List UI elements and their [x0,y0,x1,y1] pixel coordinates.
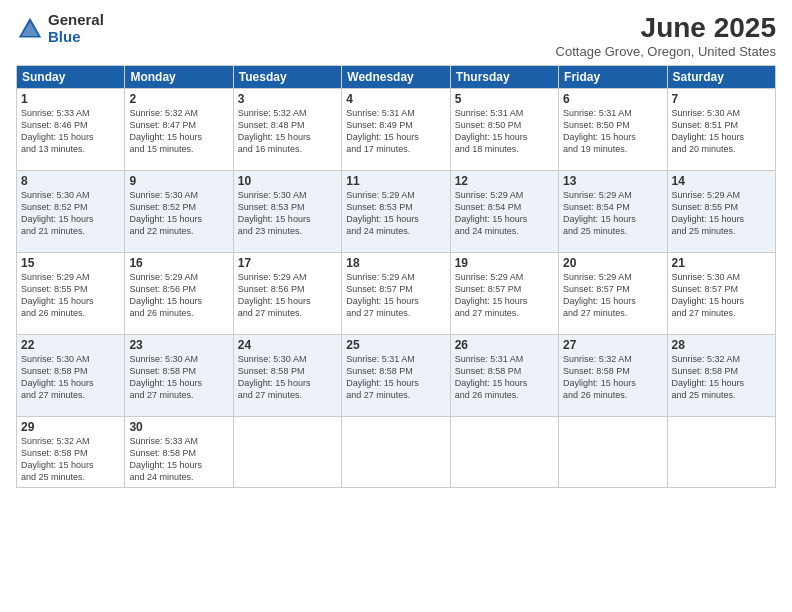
day-cell: 9Sunrise: 5:30 AM Sunset: 8:52 PM Daylig… [125,171,233,253]
day-number: 6 [563,92,662,106]
day-number: 17 [238,256,337,270]
day-number: 21 [672,256,771,270]
day-cell: 11Sunrise: 5:29 AM Sunset: 8:53 PM Dayli… [342,171,450,253]
day-number: 1 [21,92,120,106]
day-number: 8 [21,174,120,188]
day-info: Sunrise: 5:32 AM Sunset: 8:58 PM Dayligh… [21,435,120,484]
day-number: 25 [346,338,445,352]
header-cell-thursday: Thursday [450,66,558,89]
day-info: Sunrise: 5:29 AM Sunset: 8:56 PM Dayligh… [129,271,228,320]
day-info: Sunrise: 5:30 AM Sunset: 8:52 PM Dayligh… [21,189,120,238]
header-cell-sunday: Sunday [17,66,125,89]
day-info: Sunrise: 5:31 AM Sunset: 8:50 PM Dayligh… [455,107,554,156]
day-info: Sunrise: 5:32 AM Sunset: 8:47 PM Dayligh… [129,107,228,156]
day-number: 30 [129,420,228,434]
day-number: 19 [455,256,554,270]
day-info: Sunrise: 5:30 AM Sunset: 8:51 PM Dayligh… [672,107,771,156]
day-cell: 1Sunrise: 5:33 AM Sunset: 8:46 PM Daylig… [17,89,125,171]
day-cell: 5Sunrise: 5:31 AM Sunset: 8:50 PM Daylig… [450,89,558,171]
title-block: June 2025 Cottage Grove, Oregon, United … [556,12,776,59]
day-cell: 18Sunrise: 5:29 AM Sunset: 8:57 PM Dayli… [342,253,450,335]
page: General Blue June 2025 Cottage Grove, Or… [0,0,792,612]
day-number: 18 [346,256,445,270]
day-cell: 13Sunrise: 5:29 AM Sunset: 8:54 PM Dayli… [559,171,667,253]
day-cell [559,417,667,488]
day-cell: 12Sunrise: 5:29 AM Sunset: 8:54 PM Dayli… [450,171,558,253]
day-info: Sunrise: 5:30 AM Sunset: 8:58 PM Dayligh… [21,353,120,402]
day-info: Sunrise: 5:31 AM Sunset: 8:50 PM Dayligh… [563,107,662,156]
day-number: 27 [563,338,662,352]
day-info: Sunrise: 5:33 AM Sunset: 8:46 PM Dayligh… [21,107,120,156]
day-info: Sunrise: 5:29 AM Sunset: 8:57 PM Dayligh… [455,271,554,320]
day-info: Sunrise: 5:29 AM Sunset: 8:57 PM Dayligh… [563,271,662,320]
day-number: 11 [346,174,445,188]
day-cell: 2Sunrise: 5:32 AM Sunset: 8:47 PM Daylig… [125,89,233,171]
day-number: 20 [563,256,662,270]
day-info: Sunrise: 5:30 AM Sunset: 8:58 PM Dayligh… [129,353,228,402]
day-cell: 6Sunrise: 5:31 AM Sunset: 8:50 PM Daylig… [559,89,667,171]
day-cell: 29Sunrise: 5:32 AM Sunset: 8:58 PM Dayli… [17,417,125,488]
day-info: Sunrise: 5:30 AM Sunset: 8:52 PM Dayligh… [129,189,228,238]
week-row-1: 8Sunrise: 5:30 AM Sunset: 8:52 PM Daylig… [17,171,776,253]
header-row: SundayMondayTuesdayWednesdayThursdayFrid… [17,66,776,89]
logo-blue-text: Blue [48,29,104,46]
day-info: Sunrise: 5:32 AM Sunset: 8:58 PM Dayligh… [672,353,771,402]
day-number: 24 [238,338,337,352]
day-cell: 10Sunrise: 5:30 AM Sunset: 8:53 PM Dayli… [233,171,341,253]
week-row-3: 22Sunrise: 5:30 AM Sunset: 8:58 PM Dayli… [17,335,776,417]
day-cell: 19Sunrise: 5:29 AM Sunset: 8:57 PM Dayli… [450,253,558,335]
day-number: 10 [238,174,337,188]
day-info: Sunrise: 5:32 AM Sunset: 8:48 PM Dayligh… [238,107,337,156]
day-info: Sunrise: 5:33 AM Sunset: 8:58 PM Dayligh… [129,435,228,484]
day-info: Sunrise: 5:29 AM Sunset: 8:55 PM Dayligh… [21,271,120,320]
header-cell-saturday: Saturday [667,66,775,89]
logo-text: General Blue [48,12,104,45]
day-number: 12 [455,174,554,188]
day-number: 2 [129,92,228,106]
header-cell-friday: Friday [559,66,667,89]
day-info: Sunrise: 5:31 AM Sunset: 8:58 PM Dayligh… [346,353,445,402]
logo-icon [16,15,44,43]
day-cell: 22Sunrise: 5:30 AM Sunset: 8:58 PM Dayli… [17,335,125,417]
day-number: 15 [21,256,120,270]
week-row-2: 15Sunrise: 5:29 AM Sunset: 8:55 PM Dayli… [17,253,776,335]
day-info: Sunrise: 5:30 AM Sunset: 8:58 PM Dayligh… [238,353,337,402]
day-cell: 15Sunrise: 5:29 AM Sunset: 8:55 PM Dayli… [17,253,125,335]
day-cell [667,417,775,488]
day-cell [342,417,450,488]
day-cell: 7Sunrise: 5:30 AM Sunset: 8:51 PM Daylig… [667,89,775,171]
day-cell: 26Sunrise: 5:31 AM Sunset: 8:58 PM Dayli… [450,335,558,417]
header-cell-wednesday: Wednesday [342,66,450,89]
day-cell: 3Sunrise: 5:32 AM Sunset: 8:48 PM Daylig… [233,89,341,171]
day-cell: 16Sunrise: 5:29 AM Sunset: 8:56 PM Dayli… [125,253,233,335]
day-cell: 23Sunrise: 5:30 AM Sunset: 8:58 PM Dayli… [125,335,233,417]
day-cell: 27Sunrise: 5:32 AM Sunset: 8:58 PM Dayli… [559,335,667,417]
day-number: 22 [21,338,120,352]
day-info: Sunrise: 5:32 AM Sunset: 8:58 PM Dayligh… [563,353,662,402]
day-number: 29 [21,420,120,434]
day-info: Sunrise: 5:29 AM Sunset: 8:54 PM Dayligh… [563,189,662,238]
day-number: 4 [346,92,445,106]
calendar: SundayMondayTuesdayWednesdayThursdayFrid… [16,65,776,488]
day-cell: 28Sunrise: 5:32 AM Sunset: 8:58 PM Dayli… [667,335,775,417]
day-number: 14 [672,174,771,188]
day-info: Sunrise: 5:30 AM Sunset: 8:57 PM Dayligh… [672,271,771,320]
day-info: Sunrise: 5:31 AM Sunset: 8:58 PM Dayligh… [455,353,554,402]
day-number: 23 [129,338,228,352]
day-cell: 25Sunrise: 5:31 AM Sunset: 8:58 PM Dayli… [342,335,450,417]
day-cell: 20Sunrise: 5:29 AM Sunset: 8:57 PM Dayli… [559,253,667,335]
day-cell: 17Sunrise: 5:29 AM Sunset: 8:56 PM Dayli… [233,253,341,335]
header: General Blue June 2025 Cottage Grove, Or… [16,12,776,59]
month-title: June 2025 [556,12,776,44]
day-number: 26 [455,338,554,352]
logo-general-text: General [48,12,104,29]
day-info: Sunrise: 5:30 AM Sunset: 8:53 PM Dayligh… [238,189,337,238]
day-number: 9 [129,174,228,188]
day-info: Sunrise: 5:31 AM Sunset: 8:49 PM Dayligh… [346,107,445,156]
day-cell: 21Sunrise: 5:30 AM Sunset: 8:57 PM Dayli… [667,253,775,335]
day-info: Sunrise: 5:29 AM Sunset: 8:57 PM Dayligh… [346,271,445,320]
day-cell: 14Sunrise: 5:29 AM Sunset: 8:55 PM Dayli… [667,171,775,253]
day-number: 28 [672,338,771,352]
day-cell [233,417,341,488]
day-info: Sunrise: 5:29 AM Sunset: 8:54 PM Dayligh… [455,189,554,238]
